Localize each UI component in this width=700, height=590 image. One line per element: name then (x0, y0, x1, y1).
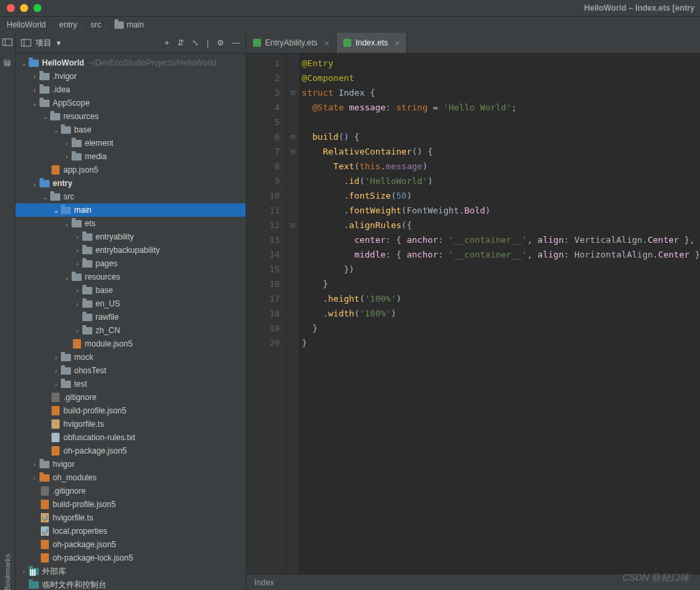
tree-item[interactable]: module.json5 (15, 337, 246, 351)
tree-arrow-icon[interactable]: › (30, 461, 39, 468)
close-tab-icon[interactable]: × (325, 38, 330, 48)
tree-item[interactable]: .gitignore (15, 484, 246, 498)
code-line[interactable]: } (302, 277, 700, 292)
tree-arrow-icon[interactable]: › (62, 140, 72, 147)
code-line[interactable]: .fontWeight(FontWeight.Bold) (302, 203, 700, 218)
close-window-icon[interactable] (7, 4, 15, 12)
tree-item[interactable]: ›外部库 (15, 565, 246, 578)
tree-item[interactable]: ⌄resources (15, 110, 246, 123)
fold-gutter[interactable]: ⊟ ⊟⊟ ⊟ (287, 54, 299, 574)
code-editor[interactable]: 1234567891011121314151617181920 ⊟ ⊟⊟ ⊟ @… (246, 54, 700, 574)
fold-handle-icon[interactable]: ⊟ (287, 218, 299, 233)
tree-arrow-icon[interactable]: › (52, 381, 61, 388)
tree-item[interactable]: rawfile (15, 310, 246, 324)
code-line[interactable]: struct Index { (302, 86, 700, 100)
maximize-window-icon[interactable] (33, 4, 41, 12)
collapse-all-icon[interactable]: ⤡ (192, 38, 199, 47)
tree-item[interactable]: ›element (15, 136, 246, 150)
breadcrumb-item[interactable]: entry (59, 20, 77, 29)
tree-item[interactable]: ›hvigor (15, 458, 246, 471)
tree-item[interactable]: ›entryability (15, 230, 246, 243)
tree-item[interactable]: hvigorfile.ts (15, 511, 246, 524)
tree-arrow-icon[interactable]: › (73, 233, 82, 241)
minimize-window-icon[interactable] (20, 4, 28, 12)
tree-arrow-icon[interactable]: › (73, 300, 82, 308)
tree-item[interactable]: app.json5 (15, 163, 246, 177)
tree-arrow-icon[interactable]: › (73, 260, 82, 268)
tree-item[interactable]: local.properties (15, 524, 246, 538)
tree-item[interactable]: ›zh_CN (15, 324, 246, 337)
tree-arrow-icon[interactable]: › (73, 287, 82, 294)
tree-item[interactable]: ⌄HelloWorld~/DevEcoStudioProjects/HelloW… (15, 56, 246, 70)
code-line[interactable]: } (302, 321, 700, 336)
code-line[interactable] (302, 115, 700, 130)
tree-item[interactable]: ›.idea (15, 83, 246, 96)
tree-arrow-icon[interactable]: › (30, 86, 39, 94)
close-tab-icon[interactable]: × (395, 38, 400, 48)
tree-item[interactable]: oh-package.json5 (15, 444, 246, 458)
code-line[interactable]: } (302, 336, 700, 351)
tree-item[interactable]: ⌄resources (15, 270, 246, 284)
tree-item[interactable]: ⌄ets (15, 217, 246, 230)
code-line[interactable]: .id('HelloWorld') (302, 174, 700, 189)
tree-arrow-icon[interactable]: ⌄ (30, 100, 39, 107)
tree-arrow-icon[interactable]: › (30, 73, 39, 80)
tree-item[interactable]: ›base (15, 284, 246, 297)
code-line[interactable]: build() { (302, 130, 700, 144)
fold-handle-icon[interactable]: ⊟ (287, 86, 299, 100)
tree-item[interactable]: ›test (15, 377, 246, 391)
tree-item[interactable]: ›entrybackupability (15, 243, 246, 257)
tree-item[interactable]: ›media (15, 150, 246, 163)
code-line[interactable]: @Component (302, 71, 700, 86)
fold-handle-icon[interactable]: ⊟ (287, 144, 299, 159)
tree-arrow-icon[interactable]: ⌄ (30, 180, 39, 187)
tree-item[interactable]: ›ohosTest (15, 364, 246, 377)
project-tree[interactable]: ⌄HelloWorld~/DevEcoStudioProjects/HelloW… (15, 54, 246, 590)
tree-item[interactable]: ›oh_modules (15, 471, 246, 484)
tree-arrow-icon[interactable]: › (73, 327, 82, 334)
bookmarks-label[interactable]: Bookmarks (3, 554, 11, 590)
tree-item[interactable]: 临时文件和控制台 (15, 578, 246, 590)
tree-arrow-icon[interactable]: ⌄ (41, 193, 50, 201)
tree-item[interactable]: build-profile.json5 (15, 498, 246, 511)
tree-arrow-icon[interactable]: ⌄ (62, 220, 72, 227)
tree-item[interactable]: obfuscation-rules.txt (15, 431, 246, 444)
sidebar-title[interactable]: 项目 (35, 37, 52, 49)
breadcrumb-item[interactable]: main (126, 20, 144, 29)
tree-arrow-icon[interactable]: ⌄ (19, 60, 29, 67)
expand-all-icon[interactable]: ⇵ (177, 38, 184, 47)
breadcrumb-item[interactable]: HelloWorld (7, 20, 46, 29)
code-line[interactable]: .width('100%') (302, 306, 700, 321)
tree-arrow-icon[interactable]: ⌄ (62, 274, 72, 281)
tree-item[interactable]: ⌄base (15, 123, 246, 136)
tree-arrow-icon[interactable]: › (52, 354, 61, 361)
tree-arrow-icon[interactable]: › (19, 568, 29, 575)
editor-tab[interactable]: EntryAbility.ets× (246, 33, 337, 53)
fold-handle-icon[interactable]: ⊟ (287, 130, 299, 144)
tree-item[interactable]: oh-package.json5 (15, 538, 246, 551)
hide-icon[interactable]: — (232, 38, 240, 47)
tree-item[interactable]: ›.hvigor (15, 70, 246, 83)
chevron-down-icon[interactable]: ▼ (56, 39, 62, 47)
code-line[interactable]: .alignRules({ (302, 218, 700, 233)
code-line[interactable]: .fontSize(50) (302, 189, 700, 203)
tree-item[interactable]: ›pages (15, 257, 246, 270)
tree-arrow-icon[interactable]: › (30, 474, 39, 482)
tree-arrow-icon[interactable]: ⌄ (52, 126, 61, 134)
code-line[interactable]: }) (302, 262, 700, 277)
code-lines[interactable]: @Entry@Componentstruct Index { @State me… (299, 54, 700, 574)
editor-tab[interactable]: Index.ets× (337, 33, 407, 53)
tree-item[interactable]: ⌄AppScope (15, 96, 246, 110)
tree-arrow-icon[interactable]: › (52, 367, 61, 375)
tree-arrow-icon[interactable]: › (62, 153, 72, 161)
tree-item[interactable]: ›en_US (15, 297, 246, 310)
project-tool-icon[interactable] (2, 37, 13, 47)
code-line[interactable]: middle: { anchor: '__container__', align… (302, 248, 700, 262)
code-line[interactable]: center: { anchor: '__container__', align… (302, 233, 700, 248)
code-line[interactable]: @Entry (302, 56, 700, 71)
tree-item[interactable]: ›mock (15, 351, 246, 364)
tree-item[interactable]: hvigorfile.ts (15, 417, 246, 431)
code-line[interactable]: RelativeContainer() { (302, 144, 700, 159)
code-line[interactable]: @State message: string = 'Hello World'; (302, 100, 700, 115)
tree-item[interactable]: .gitignore (15, 391, 246, 404)
